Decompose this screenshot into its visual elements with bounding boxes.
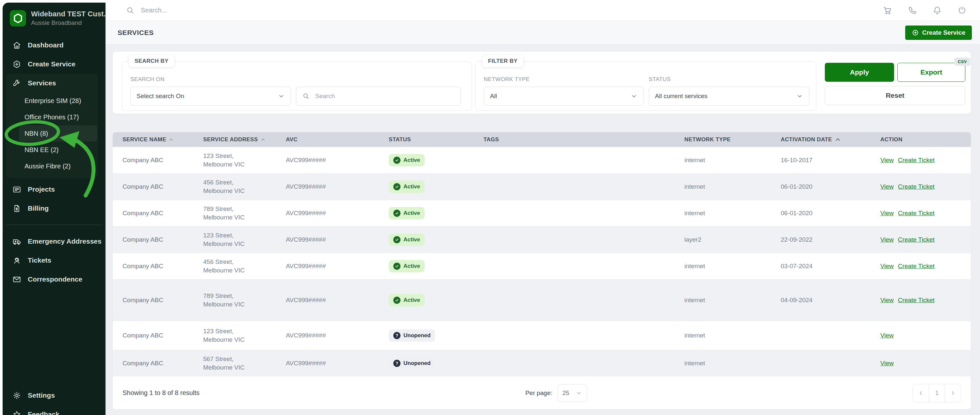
view-link[interactable]: View [880, 297, 894, 304]
pagination: 1 [913, 384, 961, 402]
sidebar-item-dashboard[interactable]: Dashboard [3, 36, 105, 54]
network-type-cell: internet [684, 253, 781, 279]
apply-button[interactable]: Apply [825, 63, 894, 82]
avc-cell: AVC999##### [286, 321, 389, 350]
view-link[interactable]: View [880, 156, 894, 164]
view-link[interactable]: View [880, 183, 894, 190]
sidebar-item-services[interactable]: Services [6, 73, 98, 93]
chevron-left-icon [918, 390, 924, 396]
brand: Wideband TEST Cust... Aussie Broadband [3, 3, 105, 34]
table-row: Company ABC 123 Street, Melbourne VIC AV… [113, 321, 971, 350]
network-type-cell: internet [684, 350, 781, 377]
view-link[interactable]: View [880, 210, 894, 217]
action-cell: View Create Ticket [880, 147, 971, 173]
search-input[interactable] [315, 92, 455, 100]
next-page-button[interactable] [945, 384, 961, 402]
tags-cell [484, 200, 684, 226]
support-agent-icon [13, 256, 21, 265]
export-button[interactable]: Export [897, 63, 965, 82]
sidebar-item-office-phones[interactable]: Office Phones (17) [6, 109, 97, 125]
avc-cell: AVC999##### [286, 350, 389, 377]
hexagon-plus-icon [13, 60, 21, 69]
activation-date-cell: 06-01-2020 [781, 200, 880, 226]
sidebar-item-aussie-fibre[interactable]: Aussie Fibre (2) [6, 158, 97, 174]
status-cell: Active [389, 147, 484, 173]
action-cell: View [880, 321, 971, 350]
sidebar-item-settings[interactable]: Settings [3, 386, 105, 405]
header-action[interactable]: ACTION [880, 136, 971, 143]
table-row: Company ABC 567 Street, Melbourne VIC AV… [113, 350, 971, 377]
page-title: SERVICES [118, 29, 154, 37]
create-ticket-link[interactable]: Create Ticket [898, 156, 935, 164]
action-cell: View [880, 350, 971, 377]
topbar [105, 0, 980, 21]
global-search-input[interactable] [140, 6, 883, 14]
filter-buttons: CSV Apply Export Reset [825, 61, 965, 110]
reset-button[interactable]: Reset [825, 86, 965, 105]
network-type-label: NETWORK TYPE [484, 76, 530, 83]
network-type-cell: internet [684, 321, 781, 350]
service-address-cell: 567 Street, Melbourne VIC [203, 350, 286, 377]
bell-icon[interactable] [932, 6, 942, 15]
status-select[interactable]: All current services [649, 87, 810, 105]
create-ticket-link[interactable]: Create Ticket [898, 263, 935, 270]
avc-cell: AVC999##### [286, 174, 389, 200]
view-link[interactable]: View [880, 263, 894, 270]
search-on-select[interactable]: Select search On [130, 87, 291, 105]
status-cell: Active [389, 279, 484, 321]
tags-cell [484, 174, 684, 200]
sidebar-item-tickets[interactable]: Tickets [3, 251, 105, 270]
header-activation-date[interactable]: ACTIVATION DATE [781, 136, 880, 143]
chevron-down-icon [576, 390, 582, 396]
create-ticket-link[interactable]: Create Ticket [898, 183, 935, 190]
status-cell: ? Unopened [389, 321, 484, 350]
cart-icon[interactable] [883, 6, 892, 15]
sidebar-item-feedback[interactable]: Feedback [3, 405, 105, 415]
sidebar-item-emergency-addresses[interactable]: Emergency Addresses [3, 232, 105, 251]
sidebar-item-enterprise-sim[interactable]: Enterprise SIM (28) [6, 93, 97, 109]
sidebar-item-nbn-ee[interactable]: NBN EE (2) [6, 142, 97, 158]
previous-page-button[interactable] [913, 384, 929, 402]
sidebar-item-billing[interactable]: Billing [3, 199, 105, 218]
avc-cell: AVC999##### [286, 253, 389, 279]
header-status[interactable]: STATUS [389, 136, 484, 143]
header-service-name[interactable]: SERVICE NAME [113, 136, 203, 143]
header-avc[interactable]: AVC [286, 136, 389, 143]
avc-cell: AVC999##### [286, 147, 389, 173]
avc-cell: AVC999##### [286, 200, 389, 226]
sidebar-item-projects[interactable]: Projects [3, 180, 105, 199]
create-service-button[interactable]: Create Service [905, 26, 972, 40]
header-tags[interactable]: TAGS [484, 136, 684, 143]
activation-date-cell [781, 321, 880, 350]
view-link[interactable]: View [880, 332, 894, 339]
create-ticket-link[interactable]: Create Ticket [898, 297, 935, 304]
brand-logo-hexagon-icon [10, 10, 26, 27]
status-cell: Active [389, 174, 484, 200]
tags-cell [484, 253, 684, 279]
sidebar-item-nbn[interactable]: NBN (8) [19, 125, 97, 142]
per-page-select[interactable]: 25 [558, 384, 587, 402]
check-circle-icon [393, 263, 401, 270]
view-link[interactable]: View [880, 236, 894, 243]
create-ticket-link[interactable]: Create Ticket [898, 210, 935, 217]
sidebar-item-correspondence[interactable]: Correspondence [3, 270, 105, 289]
services-table: SERVICE NAME SERVICE ADDRESS AVC STATUS … [113, 132, 971, 409]
sidebar-item-create-service[interactable]: Create Service [3, 54, 105, 73]
network-type-select[interactable]: All [484, 87, 644, 105]
service-name-cell: Company ABC [113, 350, 203, 377]
action-cell: View Create Ticket [880, 174, 971, 200]
power-icon[interactable] [957, 6, 967, 15]
header-service-address[interactable]: SERVICE ADDRESS [203, 136, 286, 143]
header-network-type[interactable]: NETWORK TYPE [684, 136, 781, 143]
phone-icon[interactable] [907, 6, 917, 15]
create-ticket-link[interactable]: Create Ticket [898, 236, 935, 243]
action-cell: View Create Ticket [880, 227, 971, 253]
chevron-down-icon [630, 93, 638, 100]
page-number-button[interactable]: 1 [929, 384, 945, 402]
view-link[interactable]: View [880, 360, 894, 367]
action-cell: View Create Ticket [880, 279, 971, 321]
avc-cell: AVC999##### [286, 227, 389, 253]
tags-cell [484, 147, 684, 173]
star-icon [13, 410, 21, 415]
network-type-cell: internet [684, 147, 781, 173]
